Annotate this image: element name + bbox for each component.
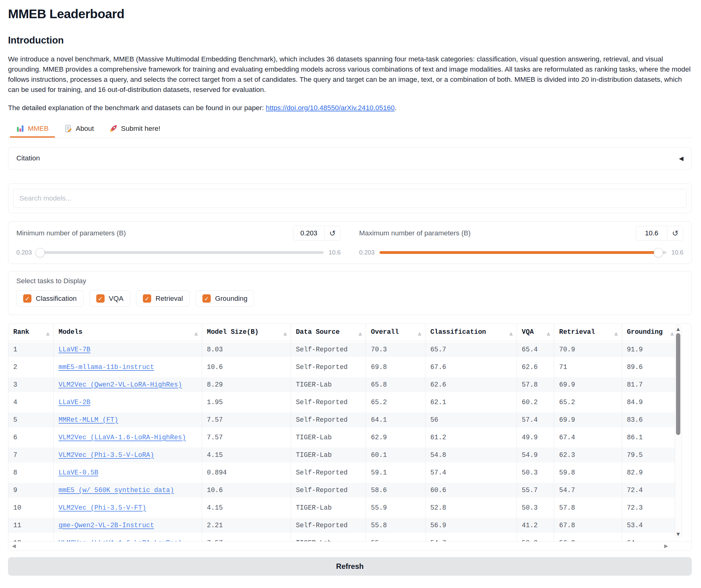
column-header[interactable]: Data Source▲: [291, 324, 366, 341]
cell-data-source: TIGER-Lab: [291, 499, 366, 517]
tab-label: MMEB: [28, 124, 49, 133]
cell-classification: 67.6: [425, 358, 516, 376]
intro-paragraph: We introduce a novel benchmark, MMEB (Ma…: [8, 54, 692, 95]
model-link[interactable]: LLaVE-2B: [59, 398, 90, 406]
min-params-reset-button[interactable]: ↺: [324, 226, 340, 240]
min-params-control: Minimum number of parameters (B) ↺ 0.203…: [16, 226, 340, 256]
sort-ascending-icon[interactable]: ▲: [418, 331, 422, 336]
column-header[interactable]: Retrieval▲: [554, 324, 622, 341]
column-header[interactable]: Overall▲: [366, 324, 425, 341]
max-params-slider[interactable]: [380, 251, 666, 254]
search-input[interactable]: [13, 189, 687, 208]
cell-model-size: 10.6: [202, 358, 291, 376]
sort-ascending-icon[interactable]: ▲: [283, 331, 287, 336]
cell-model: LLaVE-7B: [53, 341, 202, 358]
page-title: MMEB Leaderboard: [8, 7, 692, 21]
column-header[interactable]: Rank▲: [8, 324, 53, 341]
table-scroll-viewport[interactable]: Rank▲ Models▲ Model Size(B)▲ Data Source…: [8, 324, 691, 542]
cell-grounding: 83.6: [622, 411, 678, 428]
slider-handle[interactable]: [35, 248, 45, 257]
tab[interactable]: Submit here!: [103, 120, 167, 137]
sort-ascending-icon[interactable]: ▲: [547, 331, 550, 336]
model-link[interactable]: MMRet-MLLM (FT): [59, 416, 119, 423]
task-checkbox-row: ✓ Classification ✓ VQA ✓ Retrieval ✓ Gro…: [16, 290, 683, 307]
tab-label: About: [76, 124, 94, 133]
model-link[interactable]: VLM2Vec (LLaVA-1.6-LoRA-HighRes): [59, 434, 186, 441]
task-checkbox[interactable]: ✓ Retrieval: [136, 290, 190, 307]
max-params-input[interactable]: [636, 226, 667, 240]
cell-rank: 12: [8, 534, 53, 542]
mmeb-leaderboard-page: MMEB Leaderboard Introduction We introdu…: [0, 0, 701, 576]
cell-retrieval: 71: [554, 358, 622, 376]
min-params-input[interactable]: [293, 226, 324, 240]
task-checkbox[interactable]: ✓ Classification: [16, 290, 83, 307]
horizontal-scrollbar[interactable]: ◀ ▶: [8, 541, 691, 551]
table-row: 1 LLaVE-7B 8.03 Self-Reported 70.3 65.7 …: [8, 341, 678, 358]
column-header[interactable]: Model Size(B)▲: [202, 324, 291, 341]
task-checkbox[interactable]: ✓ Grounding: [196, 290, 254, 307]
cell-model: VLM2Vec (Phi-3.5-V-FT): [53, 499, 202, 517]
cell-retrieval: 57.8: [554, 499, 622, 517]
sort-ascending-icon[interactable]: ▲: [194, 331, 198, 336]
model-link[interactable]: mmE5-mllama-11b-instruct: [59, 363, 154, 371]
vertical-scrollbar[interactable]: ▲ ▼: [675, 325, 682, 538]
cell-grounding: 86.1: [622, 428, 678, 446]
cell-model: mmE5 (w/ 560K synthetic data): [53, 481, 202, 499]
cell-model: MMRet-MLLM (FT): [53, 411, 202, 428]
cell-rank: 1: [8, 341, 53, 358]
refresh-button[interactable]: Refresh: [8, 557, 692, 576]
task-checkbox[interactable]: ✓ VQA: [89, 290, 131, 307]
model-link[interactable]: LLaVE-7B: [59, 346, 90, 353]
cell-overall: 55: [366, 534, 425, 542]
cell-rank: 9: [8, 481, 53, 499]
cell-overall: 64.1: [366, 411, 425, 428]
scroll-left-icon[interactable]: ◀: [12, 543, 16, 549]
model-link[interactable]: VLM2Vec (Phi-3.5-V-LoRA): [59, 451, 154, 459]
cell-model: LLaVE-0.5B: [53, 464, 202, 481]
task-checkbox-label: VQA: [109, 295, 124, 303]
leaderboard-table-container: Rank▲ Models▲ Model Size(B)▲ Data Source…: [8, 324, 692, 551]
cell-data-source: Self-Reported: [291, 517, 366, 534]
paper-link[interactable]: https://doi.org/10.48550/arXiv.2410.0516…: [266, 104, 395, 112]
cell-model: VLM2Vec (LLaVA-1.6-LoRA-HighRes): [53, 428, 202, 446]
scroll-down-icon[interactable]: ▼: [675, 532, 681, 537]
scroll-up-icon[interactable]: ▲: [675, 326, 681, 331]
max-params-reset-button[interactable]: ↺: [667, 226, 683, 240]
model-link[interactable]: VLM2Vec (Qwen2-VL-LoRA-HighRes): [59, 381, 182, 388]
cell-vqa: 60.2: [517, 393, 554, 411]
cell-data-source: Self-Reported: [291, 411, 366, 428]
task-filter-label: Select tasks to Display: [16, 277, 683, 285]
slider-handle[interactable]: [654, 248, 663, 257]
sort-ascending-icon[interactable]: ▲: [46, 331, 50, 336]
tab[interactable]: About: [58, 120, 100, 137]
cell-classification: 61.2: [425, 428, 516, 446]
scroll-right-icon[interactable]: ▶: [664, 543, 668, 549]
sort-ascending-icon[interactable]: ▲: [509, 331, 513, 336]
citation-accordion[interactable]: Citation ◀: [8, 147, 692, 170]
column-header[interactable]: Classification▲: [425, 324, 516, 341]
cell-vqa: 62.6: [517, 358, 554, 376]
column-header[interactable]: VQA▲: [517, 324, 554, 341]
sort-ascending-icon[interactable]: ▲: [670, 331, 674, 336]
cell-vqa: 65.4: [517, 341, 554, 358]
model-link[interactable]: LLaVE-0.5B: [59, 469, 98, 476]
table-row: 9 mmE5 (w/ 560K synthetic data) 10.6 Sel…: [8, 481, 678, 499]
vertical-scrollbar-thumb[interactable]: [676, 333, 680, 435]
cell-retrieval: 69.9: [554, 376, 622, 393]
model-link[interactable]: VLM2Vec (Phi-3.5-V-FT): [59, 504, 146, 512]
cell-classification: 54.7: [425, 534, 516, 542]
cell-vqa: 57.8: [517, 376, 554, 393]
min-params-slider[interactable]: [37, 251, 324, 254]
column-header[interactable]: Grounding▲: [622, 324, 678, 341]
cell-grounding: 53.4: [622, 517, 678, 534]
tab[interactable]: MMEB: [10, 120, 55, 137]
sort-ascending-icon[interactable]: ▲: [359, 331, 362, 336]
cell-model-size: 1.95: [202, 393, 291, 411]
model-link[interactable]: mmE5 (w/ 560K synthetic data): [59, 487, 174, 494]
checkbox-checked-icon: ✓: [96, 294, 104, 303]
model-link[interactable]: gme-Qwen2-VL-2B-Instruct: [59, 522, 154, 529]
sort-ascending-icon[interactable]: ▲: [614, 331, 618, 336]
cell-grounding: 82.9: [622, 464, 678, 481]
table-row: 6 VLM2Vec (LLaVA-1.6-LoRA-HighRes) 7.57 …: [8, 428, 678, 446]
column-header[interactable]: Models▲: [53, 324, 202, 341]
